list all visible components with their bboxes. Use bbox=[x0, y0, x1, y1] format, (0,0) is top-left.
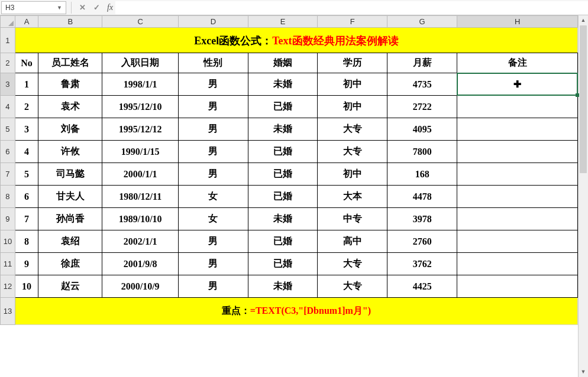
cell-G6[interactable]: 7800 bbox=[387, 141, 457, 163]
cell-C5[interactable]: 1995/12/12 bbox=[102, 118, 179, 141]
cell-F9[interactable]: 中专 bbox=[318, 208, 387, 230]
row-header-8[interactable]: 8 bbox=[1, 186, 15, 208]
scroll-down-icon[interactable]: ▼ bbox=[579, 367, 588, 377]
cell-C4[interactable]: 1995/12/10 bbox=[102, 96, 179, 118]
cell-D3[interactable]: 男 bbox=[179, 73, 248, 96]
cell-F8[interactable]: 大本 bbox=[318, 186, 387, 208]
cell-E8[interactable]: 已婚 bbox=[248, 186, 318, 208]
row-header-2[interactable]: 2 bbox=[1, 53, 15, 73]
cell-G9[interactable]: 3978 bbox=[387, 208, 457, 230]
cell-E10[interactable]: 已婚 bbox=[248, 230, 318, 253]
cell-B3[interactable]: 鲁肃 bbox=[38, 73, 102, 96]
grid-scrollarea[interactable]: ABCDEFGH1Excel函数公式：Text函数经典用法案例解读2No员工姓名… bbox=[0, 15, 578, 377]
scroll-up-icon[interactable]: ▲ bbox=[579, 15, 588, 25]
cell-H3[interactable]: ✚ bbox=[457, 73, 578, 96]
cell-B11[interactable]: 徐庶 bbox=[38, 253, 102, 275]
cell-F12[interactable]: 大专 bbox=[318, 275, 387, 298]
cell-D5[interactable]: 男 bbox=[179, 118, 248, 141]
cell-H4[interactable] bbox=[457, 96, 578, 118]
title-cell[interactable]: Excel函数公式：Text函数经典用法案例解读 bbox=[15, 28, 577, 53]
cell-B8[interactable]: 甘夫人 bbox=[38, 186, 102, 208]
cell-A8[interactable]: 6 bbox=[15, 186, 38, 208]
cell-D12[interactable]: 男 bbox=[179, 275, 248, 298]
header-cell-F[interactable]: 学历 bbox=[318, 53, 387, 73]
cell-H10[interactable] bbox=[457, 230, 578, 253]
cell-F5[interactable]: 大专 bbox=[318, 118, 387, 141]
cell-E12[interactable]: 未婚 bbox=[248, 275, 318, 298]
cell-H11[interactable] bbox=[457, 253, 578, 275]
cell-D9[interactable]: 女 bbox=[179, 208, 248, 230]
header-cell-A[interactable]: No bbox=[15, 53, 38, 73]
cell-H12[interactable] bbox=[457, 275, 578, 298]
cell-B9[interactable]: 孙尚香 bbox=[38, 208, 102, 230]
header-cell-E[interactable]: 婚姻 bbox=[248, 53, 318, 73]
cell-E9[interactable]: 未婚 bbox=[248, 208, 318, 230]
header-cell-D[interactable]: 性别 bbox=[179, 53, 248, 73]
cell-A6[interactable]: 4 bbox=[15, 141, 38, 163]
header-cell-H[interactable]: 备注 bbox=[457, 53, 578, 73]
cell-B4[interactable]: 袁术 bbox=[38, 96, 102, 118]
cell-F7[interactable]: 初中 bbox=[318, 163, 387, 186]
row-header-11[interactable]: 11 bbox=[1, 253, 15, 275]
cell-C12[interactable]: 2000/10/9 bbox=[102, 275, 179, 298]
header-cell-G[interactable]: 月薪 bbox=[387, 53, 457, 73]
header-cell-C[interactable]: 入职日期 bbox=[102, 53, 179, 73]
cell-G10[interactable]: 2760 bbox=[387, 230, 457, 253]
cell-F11[interactable]: 大专 bbox=[318, 253, 387, 275]
cell-G3[interactable]: 4735 bbox=[387, 73, 457, 96]
cell-A7[interactable]: 5 bbox=[15, 163, 38, 186]
cell-B12[interactable]: 赵云 bbox=[38, 275, 102, 298]
cell-A9[interactable]: 7 bbox=[15, 208, 38, 230]
header-cell-B[interactable]: 员工姓名 bbox=[38, 53, 102, 73]
cell-E5[interactable]: 未婚 bbox=[248, 118, 318, 141]
cell-D8[interactable]: 女 bbox=[179, 186, 248, 208]
dropdown-arrow-icon[interactable]: ▼ bbox=[57, 5, 62, 11]
cell-C6[interactable]: 1990/1/15 bbox=[102, 141, 179, 163]
cell-A4[interactable]: 2 bbox=[15, 96, 38, 118]
vertical-scrollbar[interactable]: ▲ ▼ bbox=[578, 15, 588, 377]
cell-G5[interactable]: 4095 bbox=[387, 118, 457, 141]
row-header-6[interactable]: 6 bbox=[1, 141, 15, 163]
row-header-4[interactable]: 4 bbox=[1, 96, 15, 118]
cell-B5[interactable]: 刘备 bbox=[38, 118, 102, 141]
cell-C10[interactable]: 2002/1/1 bbox=[102, 230, 179, 253]
cell-H7[interactable] bbox=[457, 163, 578, 186]
scroll-track[interactable] bbox=[579, 173, 588, 367]
cell-H8[interactable] bbox=[457, 186, 578, 208]
row-header-1[interactable]: 1 bbox=[1, 28, 15, 53]
cell-G4[interactable]: 2722 bbox=[387, 96, 457, 118]
cell-C8[interactable]: 1980/12/11 bbox=[102, 186, 179, 208]
cell-A10[interactable]: 8 bbox=[15, 230, 38, 253]
name-box[interactable]: H3 ▼ bbox=[1, 1, 66, 14]
row-header-5[interactable]: 5 bbox=[1, 118, 15, 141]
fx-icon[interactable]: fx bbox=[107, 3, 113, 12]
column-header-B[interactable]: B bbox=[38, 16, 102, 28]
row-header-10[interactable]: 10 bbox=[1, 230, 15, 253]
cell-C7[interactable]: 2000/1/1 bbox=[102, 163, 179, 186]
column-header-A[interactable]: A bbox=[15, 16, 38, 28]
cell-C11[interactable]: 2001/9/8 bbox=[102, 253, 179, 275]
cell-D11[interactable]: 男 bbox=[179, 253, 248, 275]
row-header-3[interactable]: 3 bbox=[1, 73, 15, 96]
column-header-E[interactable]: E bbox=[248, 16, 318, 28]
cell-D7[interactable]: 男 bbox=[179, 163, 248, 186]
cell-E3[interactable]: 未婚 bbox=[248, 73, 318, 96]
column-header-C[interactable]: C bbox=[102, 16, 179, 28]
formula-input[interactable] bbox=[115, 1, 588, 14]
column-header-H[interactable]: H bbox=[457, 16, 578, 28]
cell-H5[interactable] bbox=[457, 118, 578, 141]
cell-F10[interactable]: 高中 bbox=[318, 230, 387, 253]
cell-E6[interactable]: 已婚 bbox=[248, 141, 318, 163]
cell-F4[interactable]: 初中 bbox=[318, 96, 387, 118]
cell-E11[interactable]: 已婚 bbox=[248, 253, 318, 275]
cell-C9[interactable]: 1989/10/10 bbox=[102, 208, 179, 230]
cell-H6[interactable] bbox=[457, 141, 578, 163]
cell-F6[interactable]: 大专 bbox=[318, 141, 387, 163]
cell-F3[interactable]: 初中 bbox=[318, 73, 387, 96]
cell-E4[interactable]: 已婚 bbox=[248, 96, 318, 118]
cell-B6[interactable]: 许攸 bbox=[38, 141, 102, 163]
column-header-D[interactable]: D bbox=[179, 16, 248, 28]
cell-G11[interactable]: 3762 bbox=[387, 253, 457, 275]
cell-D10[interactable]: 男 bbox=[179, 230, 248, 253]
cell-E7[interactable]: 已婚 bbox=[248, 163, 318, 186]
